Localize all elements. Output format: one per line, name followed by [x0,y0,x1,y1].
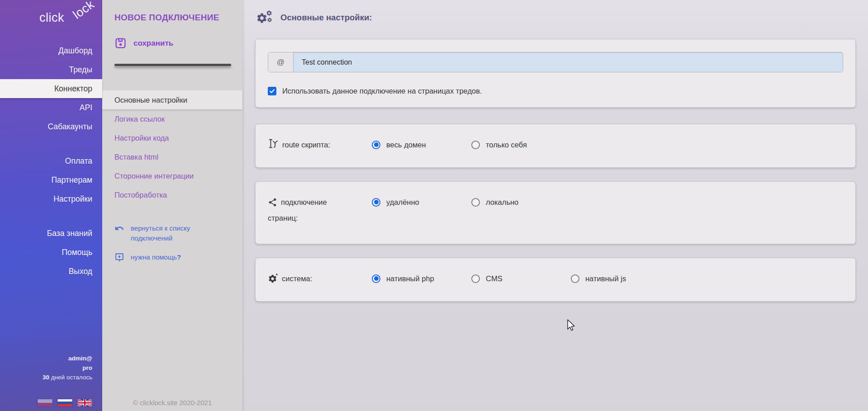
gears-icon [256,10,273,25]
radio-icon [571,274,579,283]
nav-group-gap [0,136,102,151]
sidebar-item-connector[interactable]: Коннектор [0,79,102,98]
radio-option-native-js[interactable]: нативный js [571,272,670,285]
connection-name-input[interactable] [294,52,843,72]
at-sign-addon: @ [268,52,294,72]
radio-option-label: удалённо [386,195,419,209]
account-days-left: 30 дней осталось [0,373,92,382]
panel-divider [114,64,231,66]
panel-links: вернуться к спискуподключений нужна помо… [114,223,242,262]
menu-item-link-logic[interactable]: Логика ссылок [102,109,242,128]
radio-icon [372,274,380,283]
radio-icon [372,198,380,207]
sidebar-item-threads[interactable]: Треды [0,60,102,79]
save-button-label: сохранить [133,39,173,48]
route-script-label: route скрипта: [268,138,372,154]
radio-option-only-self[interactable]: только себя [471,138,571,151]
menu-item-html-insert[interactable]: Вставка html [102,147,242,166]
connection-panel: НОВОЕ ПОДКЛЮЧЕНИЕ сохранить Основные нас… [102,0,242,411]
nav-group-gap [0,208,102,224]
undo-arrow-icon [114,223,124,233]
back-to-connections-link[interactable]: вернуться к спискуподключений [114,223,242,243]
account-email: admin@ [0,354,92,363]
copyright-footer: © clicklock.site 2020-2021 [102,399,242,406]
radio-option-remote[interactable]: удалённо [372,195,471,209]
floppy-save-icon [114,37,127,49]
use-on-threads-checkbox[interactable] [268,87,276,95]
panel-title: НОВОЕ ПОДКЛЮЧЕНИЕ [114,13,242,23]
radio-option-label: только себя [486,138,527,151]
russia-flag[interactable] [57,399,72,406]
check-icon [269,88,275,94]
radio-option-label: локально [486,195,518,209]
clicklock-logo[interactable]: click lock [0,0,102,30]
uk-flag[interactable] [77,399,92,406]
sidebar-item-help[interactable]: Помощь [0,243,102,262]
use-on-threads-row: Использовать данное подключение на стран… [268,87,843,95]
sidebar-item-api[interactable]: API [0,98,102,117]
share-icon [268,198,277,211]
sidebar-nav: Дашборд Треды Коннектор API Сабакаунты О… [0,41,102,281]
radio-option-whole-domain[interactable]: весь домен [372,138,471,151]
radio-icon [471,274,480,283]
page-connection-card: подключение страниц: удалённо локально [255,181,856,244]
sidebar-item-logout[interactable]: Выход [0,262,102,281]
radio-option-label: CMS [486,272,503,285]
sidebar-item-payment[interactable]: Оплата [0,151,102,170]
main-content: Основные настройки: @ Использовать данно… [242,0,868,411]
main-header: Основные настройки: [242,0,868,25]
save-button[interactable]: сохранить [114,37,196,49]
sidebar-item-dashboard[interactable]: Дашборд [0,41,102,60]
settings-cards: @ Использовать данное подключение на стр… [255,39,856,302]
account-plan: pro [0,363,92,373]
sidebar-item-settings[interactable]: Настройки [0,189,102,208]
connection-name-card: @ Использовать данное подключение на стр… [255,39,856,108]
logo-text-lock: lock [71,0,97,22]
system-label: система: [268,272,372,288]
radio-option-local[interactable]: локально [471,195,571,209]
sidebar-item-subaccounts[interactable]: Сабакаунты [0,117,102,136]
radio-icon [372,141,380,149]
system-card: система: нативный php CMS нативный js [255,258,856,302]
radio-option-cms[interactable]: CMS [471,272,571,285]
logo-text-click: click [39,11,64,25]
route-script-card: route скрипта: весь домен только себя [255,124,856,168]
need-help-link[interactable]: нужна помощь? [114,252,242,262]
menu-item-code-settings[interactable]: Настройки кода [102,128,242,147]
help-link-text: нужна помощь? [131,252,181,262]
menu-item-postprocessing[interactable]: Постобработка [102,185,242,204]
page-title: Основные настройки: [280,13,372,23]
gear-sparkle-icon [268,273,278,288]
radio-option-label: нативный js [585,272,626,285]
sidebar-item-knowledge-base[interactable]: База знаний [0,224,102,243]
poland-flag[interactable] [38,399,52,406]
radio-option-native-php[interactable]: нативный php [372,272,471,285]
connection-name-input-group: @ [268,52,843,72]
use-on-threads-label: Использовать данное подключение на стран… [282,87,482,95]
menu-item-basic-settings[interactable]: Основные настройки [102,90,242,109]
radio-option-label: весь домен [386,138,426,151]
menu-item-integrations[interactable]: Сторонние интеграции [102,166,242,185]
account-info: admin@ pro 30 дней осталось [0,354,102,382]
main-sidebar: click lock Дашборд Треды Коннектор API С… [0,0,102,411]
text-fork-icon [268,138,279,154]
radio-icon [471,198,480,207]
language-switcher [0,399,102,406]
back-link-text: вернуться к спискуподключений [131,223,190,243]
radio-icon [471,141,480,149]
clicklock-app: click lock Дашборд Треды Коннектор API С… [0,0,868,411]
add-comment-icon [114,252,124,262]
page-connection-label: подключение страниц: [268,195,372,225]
sidebar-item-partners[interactable]: Партнерам [0,170,102,189]
radio-option-label: нативный php [386,272,434,285]
connection-settings-menu: Основные настройки Логика ссылок Настрой… [102,90,242,204]
